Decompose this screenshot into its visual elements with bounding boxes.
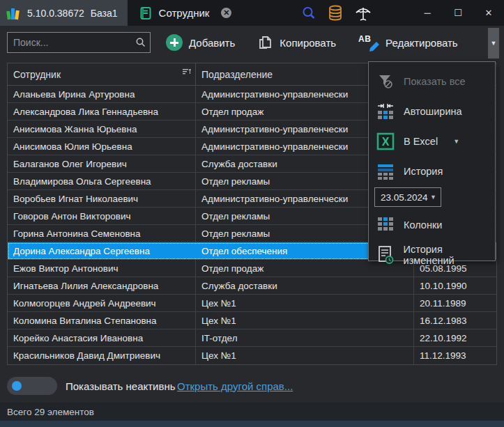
bottom-edge-strip (0, 421, 504, 427)
footer: Показывать неактивны Открыть другой спра… (0, 369, 504, 403)
database-icon[interactable] (328, 5, 343, 22)
filter-off-icon (376, 72, 395, 91)
columns-grid-icon (376, 216, 395, 234)
cell-employee[interactable]: Балаганов Олег Игоревич (8, 155, 196, 172)
book-icon (139, 6, 153, 20)
show-inactive-label: Показывать неактивны (66, 380, 176, 392)
search-box (7, 32, 151, 53)
menu-item-history[interactable]: История (369, 156, 495, 186)
cell-employee[interactable]: Дорина Александра Сергеевна (8, 242, 196, 259)
history-date-select[interactable]: 23.05.2024 ▼ (374, 187, 441, 207)
plus-icon (166, 34, 183, 51)
autowidth-icon (376, 102, 395, 121)
tab-label: Сотрудник (159, 7, 210, 19)
cell-employee[interactable]: Владимирова Ольга Сергеевна (8, 173, 196, 189)
history-date-value: 23.05.2024 (381, 192, 428, 203)
toolbar: Добавить Копировать AB Редактировать (0, 26, 504, 59)
copy-button[interactable]: Копировать (252, 30, 342, 55)
window-controls: ─ ☐ ✕ (412, 0, 504, 26)
cell-employee[interactable]: Горина Антонина Семеновна (8, 225, 196, 242)
menu-item-excel[interactable]: X В Excel ▼ (369, 126, 495, 156)
history-table-icon (376, 162, 395, 180)
cell-employee[interactable]: Аланьева Ирина Артуровна (8, 86, 196, 102)
show-inactive-toggle[interactable] (7, 377, 57, 395)
cell-department[interactable]: IT-отдел (196, 329, 414, 346)
close-button[interactable]: ✕ (473, 0, 504, 26)
cell-employee[interactable]: Красильников Давид Дмитриевич (8, 347, 196, 364)
tab-close-icon[interactable]: ✕ (221, 8, 231, 18)
cell-employee[interactable]: Игнатьева Лилия Александровна (8, 277, 196, 294)
cell-department[interactable]: Цех №1 (196, 312, 414, 329)
edit-button-label: Редактировать (385, 37, 458, 49)
column-header-employee[interactable]: Сотрудник (8, 63, 196, 85)
table-row[interactable]: Игнатьева Лилия Александровна Служба дос… (8, 277, 496, 295)
database-name: База1 (91, 8, 118, 19)
table-row[interactable]: Корейко Анастасия Ивановна IT-отдел 22.1… (8, 329, 496, 347)
edit-ab-pencil-icon: AB (358, 34, 379, 51)
cell-employee[interactable]: Колмогорцев Андрей Андреевич (8, 295, 196, 311)
total-count-label: Всего 29 элементов (7, 407, 94, 417)
cell-employee[interactable]: Ежов Виктор Антонович (8, 260, 196, 277)
add-button[interactable]: Добавить (160, 30, 240, 55)
cell-date[interactable]: 11.12.1993 (414, 347, 496, 364)
app-version: 5.10.0.38672 (27, 8, 84, 19)
menu-item-label: История изменений (404, 244, 495, 266)
menu-item-columns[interactable]: Колонки (369, 210, 495, 240)
toggle-knob (12, 381, 22, 391)
minimize-button[interactable]: ─ (412, 0, 443, 26)
cell-department[interactable]: Цех №1 (196, 347, 414, 364)
cell-employee[interactable]: Корейко Анастасия Ивановна (8, 329, 196, 346)
titlebar-app-segment: 5.10.0.38672 База1 (0, 0, 128, 26)
cell-employee[interactable]: Анисимова Юлия Юрьевна (8, 138, 196, 155)
menu-item-label: В Excel (404, 136, 438, 147)
menu-item-show-all[interactable]: Показать все (369, 66, 495, 96)
cell-date[interactable]: 22.10.1992 (414, 329, 496, 346)
table-row[interactable]: Коломина Виталина Степановна Цех №1 16.1… (8, 312, 496, 329)
search-input[interactable] (8, 37, 156, 48)
app-window: 5.10.0.38672 База1 Сотрудник ✕ (0, 0, 504, 427)
menu-item-label: История (404, 166, 443, 177)
beach-umbrella-icon[interactable] (354, 5, 372, 22)
open-other-directory-link[interactable]: Открыть другой справ... (177, 380, 293, 392)
app-logo-icon (6, 6, 21, 21)
cell-department[interactable]: Цех №1 (196, 295, 414, 311)
search-input-icon (135, 37, 146, 48)
cell-employee[interactable]: Говоров Антон Викторович (8, 208, 196, 224)
table-options-menu: Показать все Автоширина (368, 61, 496, 261)
menu-item-label: Автоширина (404, 106, 462, 117)
menu-item-change-history[interactable]: История изменений (369, 240, 495, 270)
menu-item-label: Колонки (404, 219, 442, 231)
table-row[interactable]: Красильников Давид Дмитриевич Цех №1 11.… (8, 347, 496, 364)
excel-icon: X (376, 132, 395, 150)
document-clock-icon (376, 245, 395, 265)
copy-button-label: Копировать (280, 37, 336, 49)
cell-date[interactable]: 16.12.1983 (414, 312, 496, 329)
statusbar: Всего 29 элементов (0, 403, 504, 421)
svg-text:X: X (382, 136, 390, 148)
sort-icon (183, 68, 191, 75)
menu-item-label: Показать все (404, 76, 466, 87)
table-row[interactable]: Колмогорцев Андрей Андреевич Цех №1 20.1… (8, 295, 496, 312)
cell-employee[interactable]: Коломина Виталина Степановна (8, 312, 196, 329)
add-button-label: Добавить (189, 37, 235, 49)
cell-employee[interactable]: Анисимова Жанна Юрьевна (8, 121, 196, 137)
toolbar-dropdown-button[interactable]: ▼ (488, 28, 499, 59)
maximize-button[interactable]: ☐ (443, 0, 473, 26)
titlebar: 5.10.0.38672 База1 Сотрудник ✕ (0, 0, 504, 26)
chevron-down-icon: ▼ (453, 138, 459, 145)
cell-employee[interactable]: Александрова Лика Геннадьевна (8, 103, 196, 120)
chevron-down-icon: ▼ (491, 40, 497, 47)
copy-icon (257, 34, 273, 51)
search-icon[interactable] (301, 6, 316, 21)
menu-item-autowidth[interactable]: Автоширина (369, 96, 495, 126)
cell-date[interactable]: 10.10.1990 (414, 277, 496, 294)
edit-button[interactable]: AB Редактировать (353, 30, 464, 55)
chevron-down-icon: ▼ (430, 194, 436, 201)
cell-department[interactable]: Служба доставки (196, 277, 414, 294)
cell-date[interactable]: 20.11.1989 (414, 295, 496, 311)
cell-employee[interactable]: Воробьев Игнат Николаевич (8, 190, 196, 207)
tab-sotrudnik[interactable]: Сотрудник ✕ (128, 0, 239, 26)
